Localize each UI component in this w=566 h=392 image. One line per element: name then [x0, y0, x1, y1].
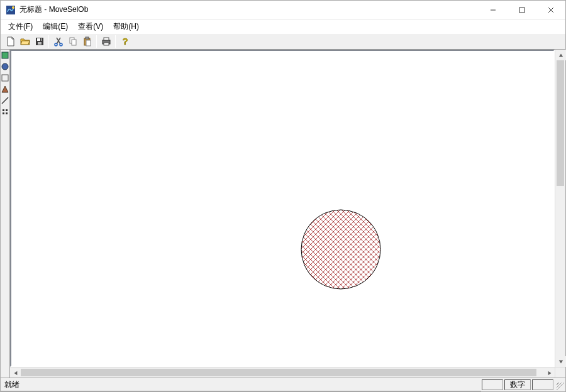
- svg-rect-17: [86, 37, 89, 39]
- hscroll-row: [10, 367, 565, 378]
- print-icon: [101, 36, 111, 46]
- svg-rect-28: [6, 109, 8, 111]
- scroll-corner: [555, 367, 565, 378]
- vscroll-thumb[interactable]: [557, 60, 564, 186]
- svg-rect-15: [72, 40, 76, 45]
- resize-grip-icon[interactable]: [554, 378, 565, 391]
- app-window: 无标题 - MoveSelOb 文件(F) 编辑(E) 查看(V) 帮助(H): [0, 0, 566, 392]
- minimize-button[interactable]: [479, 1, 508, 19]
- svg-rect-20: [104, 38, 109, 40]
- vertical-scrollbar[interactable]: [555, 50, 565, 367]
- help-button[interactable]: ?: [118, 35, 132, 48]
- tool-icon: [1, 85, 9, 93]
- svg-point-24: [2, 63, 8, 70]
- paste-button[interactable]: [80, 35, 94, 48]
- paste-icon: [82, 36, 92, 46]
- tool-icon: [1, 108, 9, 116]
- scroll-right-icon[interactable]: [544, 368, 555, 378]
- hscroll-thumb[interactable]: [21, 369, 536, 376]
- save-icon: [35, 36, 45, 46]
- app-icon: [6, 5, 16, 15]
- save-button[interactable]: [32, 35, 47, 48]
- tool-icon: [1, 63, 9, 70]
- svg-rect-21: [104, 43, 109, 45]
- svg-point-1: [12, 6, 14, 9]
- side-tool-6[interactable]: [1, 107, 9, 116]
- svg-point-12: [55, 43, 57, 46]
- cut-icon: [53, 36, 64, 46]
- copy-button[interactable]: [65, 35, 80, 48]
- close-button[interactable]: [536, 1, 565, 19]
- side-tool-1[interactable]: [1, 51, 9, 60]
- hscroll-track[interactable]: [21, 368, 544, 378]
- circle-shape[interactable]: [301, 209, 381, 290]
- body-row: [1, 50, 565, 378]
- client-wrap: [9, 50, 565, 378]
- svg-rect-3: [519, 8, 524, 13]
- print-button[interactable]: [99, 35, 113, 48]
- svg-rect-30: [6, 112, 8, 114]
- svg-point-13: [60, 43, 62, 46]
- side-tool-2[interactable]: [1, 62, 9, 71]
- horizontal-scrollbar[interactable]: [10, 367, 555, 378]
- side-tool-4[interactable]: [1, 85, 9, 94]
- menubar: 文件(F) 编辑(E) 查看(V) 帮助(H): [1, 19, 565, 33]
- svg-rect-25: [2, 75, 8, 81]
- scroll-down-icon[interactable]: [555, 356, 566, 367]
- status-pane-3: [532, 379, 553, 390]
- window-title: 无标题 - MoveSelOb: [19, 4, 88, 15]
- open-folder-icon: [20, 36, 30, 46]
- menu-edit[interactable]: 编辑(E): [38, 20, 73, 33]
- cut-button[interactable]: [51, 35, 65, 48]
- side-tool-5[interactable]: [1, 96, 9, 105]
- svg-text:?: ?: [122, 36, 128, 46]
- side-tool-3[interactable]: [1, 74, 9, 82]
- scroll-left-icon[interactable]: [10, 368, 21, 378]
- svg-rect-18: [86, 40, 91, 46]
- svg-rect-8: [38, 42, 42, 45]
- tool-icon: [1, 97, 9, 104]
- svg-rect-9: [40, 38, 42, 41]
- svg-rect-23: [2, 52, 8, 58]
- side-toolbar: [1, 50, 9, 378]
- new-file-icon: [6, 36, 16, 46]
- toolbar-separator: [115, 35, 116, 48]
- vscroll-track[interactable]: [555, 60, 565, 356]
- svg-point-33: [301, 210, 380, 289]
- svg-rect-27: [3, 109, 4, 111]
- titlebar[interactable]: 无标题 - MoveSelOb: [1, 1, 565, 19]
- canvas-inner: [11, 51, 553, 366]
- menu-file[interactable]: 文件(F): [3, 20, 38, 33]
- statusbar: 就绪 数字: [1, 378, 565, 391]
- help-icon: ?: [120, 36, 130, 46]
- svg-rect-29: [3, 112, 4, 114]
- open-button[interactable]: [18, 35, 32, 48]
- copy-icon: [68, 36, 78, 46]
- canvas[interactable]: [10, 50, 555, 367]
- status-pane-1: [482, 379, 503, 390]
- window-controls: [479, 1, 565, 19]
- tool-icon: [1, 52, 9, 59]
- toolbar-separator: [96, 35, 97, 48]
- toolbar-separator: [48, 35, 49, 48]
- maximize-button[interactable]: [508, 1, 536, 19]
- menu-view[interactable]: 查看(V): [73, 20, 108, 33]
- new-button[interactable]: [3, 35, 18, 48]
- toolbar: ?: [1, 33, 565, 50]
- scroll-up-icon[interactable]: [555, 50, 566, 60]
- svg-line-26: [2, 97, 8, 104]
- status-numlock: 数字: [504, 379, 531, 390]
- tool-icon: [1, 74, 9, 82]
- menu-help[interactable]: 帮助(H): [108, 20, 144, 33]
- status-ready: 就绪: [1, 378, 481, 391]
